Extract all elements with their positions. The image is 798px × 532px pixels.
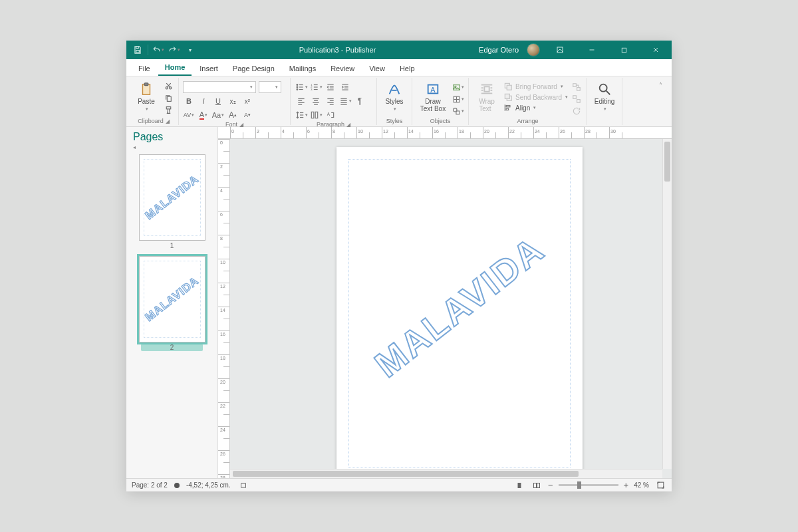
align-button[interactable]: Align — [515, 104, 530, 112]
svg-rect-89 — [537, 483, 540, 487]
svg-rect-74 — [507, 85, 511, 90]
pictures-icon[interactable]: ▾ — [452, 82, 464, 92]
ungroup-icon[interactable] — [571, 94, 583, 104]
maximize-button[interactable] — [612, 41, 636, 59]
tab-help[interactable]: Help — [393, 62, 422, 76]
font-size-combo[interactable]: ▾ — [259, 81, 281, 93]
page-thumb-number: 1 — [170, 242, 174, 249]
styles-group-label: Styles — [386, 118, 403, 124]
paste-label: Paste — [138, 98, 155, 105]
zoom-slider[interactable] — [559, 484, 618, 486]
group-paragraph: ▾ 123▾ ▾ ¶ ▾ ▾ A Paragraph◢ — [291, 78, 377, 125]
wrap-text-button[interactable]: Wrap Text — [473, 79, 501, 112]
collapse-ribbon-icon[interactable]: ˄ — [654, 80, 666, 90]
svg-rect-12 — [166, 106, 171, 108]
pilcrow-button[interactable]: ¶ — [353, 95, 366, 107]
tab-mailings[interactable]: Mailings — [283, 62, 323, 76]
font-name-combo[interactable]: ▾ — [183, 81, 256, 93]
numbering-button[interactable]: 123▾ — [309, 81, 323, 93]
text-direction-button[interactable]: A — [324, 109, 337, 121]
page-indicator[interactable]: Page: 2 of 2 — [132, 481, 168, 489]
tab-page-design[interactable]: Page Design — [226, 62, 281, 76]
group-editing: Editing ▾ — [587, 78, 622, 125]
single-page-view-icon[interactable] — [513, 481, 525, 490]
editing-button[interactable]: Editing ▾ — [591, 79, 618, 112]
vertical-scrollbar[interactable] — [662, 139, 672, 469]
cut-icon[interactable] — [162, 80, 174, 91]
pages-pane-title: Pages — [126, 127, 217, 144]
bold-button[interactable]: B — [183, 95, 195, 107]
svg-rect-11 — [167, 96, 171, 101]
zoom-in-button[interactable]: + — [624, 480, 629, 490]
group-clipboard: Paste ▾ Clipboard◢ — [129, 78, 179, 125]
italic-button[interactable]: I — [198, 95, 209, 107]
fit-page-icon[interactable] — [654, 481, 666, 490]
clipboard-dialog-launcher[interactable]: ◢ — [166, 118, 170, 124]
font-color-button[interactable]: A▾ — [198, 109, 209, 121]
app-window: ▾ ▾ ▾ Publication3 - Publisher Edgar Ote… — [126, 41, 672, 491]
decrease-indent-button[interactable] — [324, 81, 337, 93]
superscript-button[interactable]: x² — [241, 95, 253, 107]
svg-text:A: A — [327, 112, 331, 116]
ribbon-tabs: File Home Insert Page Design Mailings Re… — [126, 59, 672, 76]
content-area: Pages ◂ MALAVIDA1MALAVIDA2 0246810121416… — [126, 127, 672, 478]
zoom-out-button[interactable]: − — [548, 480, 553, 490]
align-icon — [503, 103, 513, 112]
horizontal-scrollbar[interactable] — [230, 469, 662, 478]
justify-button[interactable]: ▾ — [338, 95, 352, 107]
subscript-button[interactable]: x₂ — [227, 95, 239, 107]
align-left-button[interactable] — [295, 95, 308, 107]
char-spacing-button[interactable]: AV▾ — [183, 109, 195, 121]
save-icon[interactable] — [132, 44, 144, 56]
tab-file[interactable]: File — [132, 62, 157, 76]
bring-forward-button[interactable]: Bring Forward — [515, 83, 557, 90]
user-name[interactable]: Edgar Otero — [479, 46, 519, 54]
shapes-icon[interactable]: ▾ — [452, 106, 464, 116]
bullets-button[interactable]: ▾ — [295, 81, 308, 93]
close-button[interactable] — [644, 41, 668, 59]
format-painter-icon[interactable] — [162, 104, 174, 115]
grow-font-button[interactable]: A▴ — [227, 109, 239, 121]
canvas[interactable]: MALAVIDA — [230, 139, 672, 478]
page-view[interactable]: MALAVIDA — [336, 147, 583, 478]
align-right-button[interactable] — [324, 95, 337, 107]
align-center-button[interactable] — [309, 95, 323, 107]
shrink-font-button[interactable]: A▾ — [241, 109, 253, 121]
underline-button[interactable]: U — [212, 95, 224, 107]
increase-indent-button[interactable] — [338, 81, 352, 93]
group-icon[interactable] — [571, 82, 583, 92]
svg-rect-88 — [534, 483, 537, 487]
page-thumb[interactable]: MALAVIDA2 — [133, 256, 211, 351]
two-page-view-icon[interactable] — [531, 481, 543, 490]
rotate-icon[interactable] — [571, 106, 583, 116]
send-backward-button[interactable]: Send Backward — [515, 94, 562, 101]
horizontal-scroll-thumb[interactable] — [233, 471, 579, 477]
zoom-percent[interactable]: 42 % — [634, 481, 649, 489]
page-thumb[interactable]: MALAVIDA1 — [133, 154, 211, 249]
line-spacing-button[interactable]: ▾ — [295, 109, 308, 121]
tab-review[interactable]: Review — [324, 62, 361, 76]
ruler-vertical[interactable]: 0246810121416182022242628 — [218, 139, 230, 478]
pages-collapse-icon[interactable]: ◂ — [126, 144, 217, 150]
tab-home[interactable]: Home — [158, 61, 192, 76]
copy-icon[interactable] — [162, 92, 174, 103]
columns-button[interactable]: ▾ — [309, 109, 323, 121]
redo-icon[interactable]: ▾ — [168, 44, 180, 56]
qat-customize-icon[interactable]: ▾ — [184, 44, 196, 56]
status-dot-icon — [174, 483, 180, 488]
undo-icon[interactable]: ▾ — [152, 44, 164, 56]
tab-view[interactable]: View — [362, 62, 392, 76]
styles-button[interactable]: Styles ▾ — [381, 79, 408, 112]
zoom-slider-thumb[interactable] — [577, 481, 581, 489]
vertical-scroll-thumb[interactable] — [664, 142, 670, 182]
ruler-horizontal[interactable]: 024681012141618202224262830 — [218, 127, 672, 139]
paste-button[interactable]: Paste ▾ — [133, 79, 160, 112]
user-avatar[interactable] — [527, 43, 540, 57]
tab-insert[interactable]: Insert — [193, 62, 225, 76]
ribbon-options-icon[interactable] — [548, 41, 572, 59]
draw-text-box-button[interactable]: A Draw Text Box — [416, 79, 450, 112]
objects-group-label: Objects — [430, 118, 451, 124]
change-case-button[interactable]: Aa▾ — [212, 109, 224, 121]
minimize-button[interactable] — [580, 41, 604, 59]
table-icon[interactable]: ▾ — [452, 94, 464, 104]
